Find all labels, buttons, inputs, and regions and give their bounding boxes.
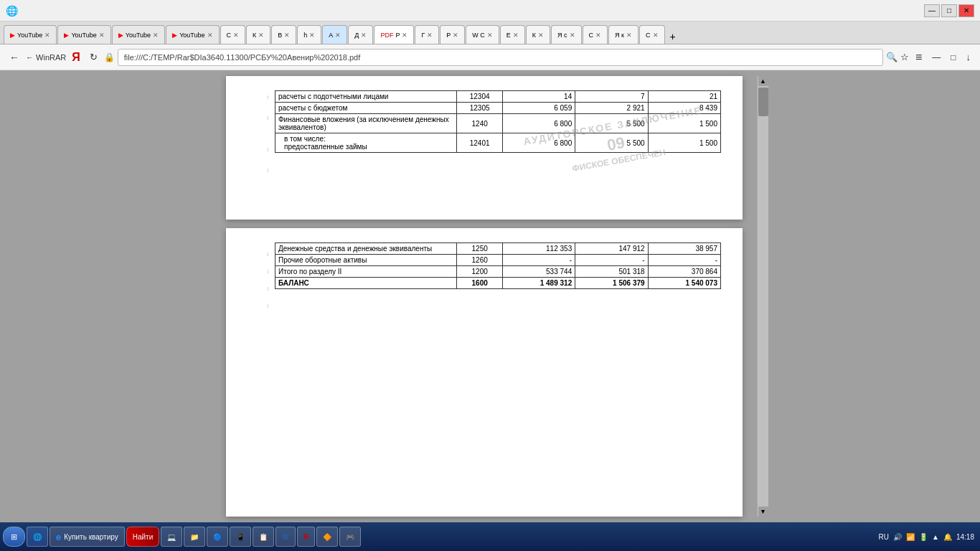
tab-yak[interactable]: Я к✕ bbox=[608, 25, 639, 44]
search-taskbar-label: Найти bbox=[133, 533, 154, 541]
taskbar-icon-4[interactable]: 📱 bbox=[230, 527, 251, 547]
scroll-down-button[interactable]: ▼ bbox=[758, 507, 768, 517]
tab-close-s[interactable]: ✕ bbox=[595, 32, 601, 39]
tab-label-0: YouTube bbox=[17, 32, 42, 39]
cell-p2-desc-2: Итого по разделу II bbox=[275, 266, 457, 278]
tab-close-k[interactable]: ✕ bbox=[258, 32, 264, 39]
tab-1[interactable]: ▶ YouTube ✕ bbox=[57, 25, 110, 44]
tab-v[interactable]: В✕ bbox=[271, 25, 296, 44]
speaker-icon[interactable]: 🔊 bbox=[893, 533, 902, 541]
tab-0[interactable]: ▶ YouTube ✕ bbox=[4, 25, 57, 44]
tab-close-yas[interactable]: ✕ bbox=[570, 32, 575, 39]
maximize-button[interactable]: □ bbox=[941, 4, 957, 17]
taskbar-item-browser[interactable]: 🌐 bbox=[27, 527, 48, 547]
tab-label-r2: Р bbox=[446, 32, 451, 39]
tab-a[interactable]: А✕ bbox=[322, 25, 347, 44]
refresh-button[interactable]: ↻ bbox=[86, 50, 101, 64]
back-button[interactable]: ← bbox=[6, 50, 23, 65]
taskbar-icon-1[interactable]: 💻 bbox=[161, 527, 182, 547]
tab-g[interactable]: Г✕ bbox=[415, 25, 439, 44]
cell-p2-num3-2: 370 864 bbox=[648, 266, 720, 278]
taskbar-icon-7[interactable]: Я bbox=[297, 527, 315, 547]
tab-pdf[interactable]: PDF Р ✕ bbox=[374, 25, 414, 44]
tab-label-yas: Я с bbox=[557, 32, 567, 39]
tab-label-2: YouTube bbox=[126, 32, 151, 39]
bookmark-icon[interactable]: ☆ bbox=[900, 52, 909, 62]
add-tab-button[interactable]: + bbox=[666, 29, 680, 44]
taskbar-icon-5[interactable]: 📋 bbox=[253, 527, 274, 547]
tab-close-g[interactable]: ✕ bbox=[427, 32, 433, 39]
tab-close-3[interactable]: ✕ bbox=[207, 32, 213, 39]
tab-r2[interactable]: Р✕ bbox=[440, 25, 465, 44]
cell-num3-3: 1 500 bbox=[648, 133, 720, 153]
table-row: Финансовые вложения (за исключением дене… bbox=[275, 114, 721, 133]
tab-close-r2[interactable]: ✕ bbox=[453, 32, 458, 39]
download-icon[interactable]: ↓ bbox=[963, 50, 975, 64]
tab-k2[interactable]: К✕ bbox=[526, 25, 550, 44]
tab-close-v[interactable]: ✕ bbox=[284, 32, 290, 39]
tab-close-0[interactable]: ✕ bbox=[44, 32, 50, 39]
scroll-thumb[interactable] bbox=[758, 88, 768, 116]
pdf-page-1: АУДИТОРСКОЕ ЗАКЛЮЧЕНИЕ 09 ФИСКОЕ ОБЕСПЕЧ… bbox=[226, 76, 743, 220]
tab-2[interactable]: ▶ YouTube ✕ bbox=[112, 25, 165, 44]
cell-p2-num3-0: 38 957 bbox=[648, 243, 720, 255]
tab-close-e[interactable]: ✕ bbox=[513, 32, 519, 39]
tab-ws[interactable]: W С✕ bbox=[466, 25, 499, 44]
scroll-up-button[interactable]: ▲ bbox=[758, 76, 768, 86]
tab-close-d[interactable]: ✕ bbox=[361, 32, 367, 39]
yandex-icon: Я bbox=[303, 533, 308, 541]
cell-p2-num1-3: 1 489 312 bbox=[502, 278, 575, 289]
taskbar-icon-2[interactable]: 📁 bbox=[184, 527, 205, 547]
tab-close-sc[interactable]: ✕ bbox=[653, 32, 659, 39]
taskbar-icon-9[interactable]: 🎮 bbox=[339, 527, 361, 547]
tab-yas[interactable]: Я с✕ bbox=[551, 25, 582, 44]
window-controls[interactable]: — □ ✕ bbox=[924, 4, 974, 17]
taskbar-item-ie[interactable]: e Купить квартиру bbox=[50, 527, 125, 547]
search-taskbar-item[interactable]: Найти bbox=[126, 527, 160, 547]
tab-3[interactable]: ▶ YouTube ✕ bbox=[166, 25, 219, 44]
tab-close-pdf[interactable]: ✕ bbox=[402, 32, 407, 39]
tab-close-yak[interactable]: ✕ bbox=[626, 32, 632, 39]
tab-k[interactable]: К✕ bbox=[246, 25, 270, 44]
scrollbar[interactable]: ▲ ▼ bbox=[757, 76, 768, 517]
network-icon[interactable]: 📶 bbox=[906, 533, 915, 541]
browser-taskbar-icon: 🌐 bbox=[33, 533, 42, 541]
browser-icon: 🌐 bbox=[6, 5, 18, 17]
tab-label-pdf: Р bbox=[395, 32, 400, 39]
start-button[interactable]: ⊞ bbox=[3, 527, 25, 547]
table-row: Итого по разделу II 1200 533 744 501 318… bbox=[275, 266, 721, 278]
cell-p2-desc-3: БАЛАНС bbox=[275, 278, 457, 289]
minimize-nav-button[interactable]: — bbox=[928, 51, 944, 64]
pages-wrapper: АУДИТОРСКОЕ ЗАКЛЮЧЕНИЕ 09 ФИСКОЕ ОБЕСПЕЧ… bbox=[212, 76, 757, 517]
tab-label-g: Г bbox=[421, 32, 425, 39]
tab-e[interactable]: Е✕ bbox=[500, 25, 525, 44]
tab-close-k2[interactable]: ✕ bbox=[538, 32, 544, 39]
minimize-button[interactable]: — bbox=[924, 4, 940, 17]
pdf-viewer-area[interactable]: АУДИТОРСКОЕ ЗАКЛЮЧЕНИЕ 09 ФИСКОЕ ОБЕСПЕЧ… bbox=[0, 70, 980, 522]
tab-close-2[interactable]: ✕ bbox=[153, 32, 159, 39]
close-button[interactable]: ✕ bbox=[958, 4, 974, 17]
taskbar-icon-3[interactable]: 🔵 bbox=[207, 527, 228, 547]
tab-d[interactable]: Д✕ bbox=[348, 25, 373, 44]
taskbar-icon-8[interactable]: 🔶 bbox=[316, 527, 338, 547]
tab-sc[interactable]: С✕ bbox=[639, 25, 665, 44]
tab-close-ws[interactable]: ✕ bbox=[487, 32, 493, 39]
arrow-up-icon[interactable]: ▲ bbox=[932, 533, 939, 541]
tab-close-a[interactable]: ✕ bbox=[335, 32, 341, 39]
url-bar[interactable] bbox=[118, 49, 883, 66]
maximize-nav-button[interactable]: □ bbox=[947, 51, 959, 64]
lang-indicator: RU bbox=[879, 533, 889, 541]
taskbar-icon-6[interactable]: W bbox=[275, 527, 295, 547]
cell-p2-code-3: 1600 bbox=[457, 278, 502, 289]
time-display: 14:18 bbox=[956, 532, 974, 542]
tab-s[interactable]: С✕ bbox=[583, 25, 608, 44]
page2-content: ↕ ↕ ↕ ↕ Денежные средства и денежные экв… bbox=[248, 242, 721, 309]
tab-close-h[interactable]: ✕ bbox=[309, 32, 315, 39]
tab-h[interactable]: h✕ bbox=[297, 25, 321, 44]
tab-c[interactable]: C✕ bbox=[220, 25, 246, 44]
tab-close-1[interactable]: ✕ bbox=[99, 32, 105, 39]
menu-icon[interactable]: ≡ bbox=[912, 50, 925, 65]
tab-close-c[interactable]: ✕ bbox=[233, 32, 239, 39]
cell-num2-1: 2 921 bbox=[575, 103, 648, 114]
cell-p2-desc-1: Прочие оборотные активы bbox=[275, 255, 457, 266]
